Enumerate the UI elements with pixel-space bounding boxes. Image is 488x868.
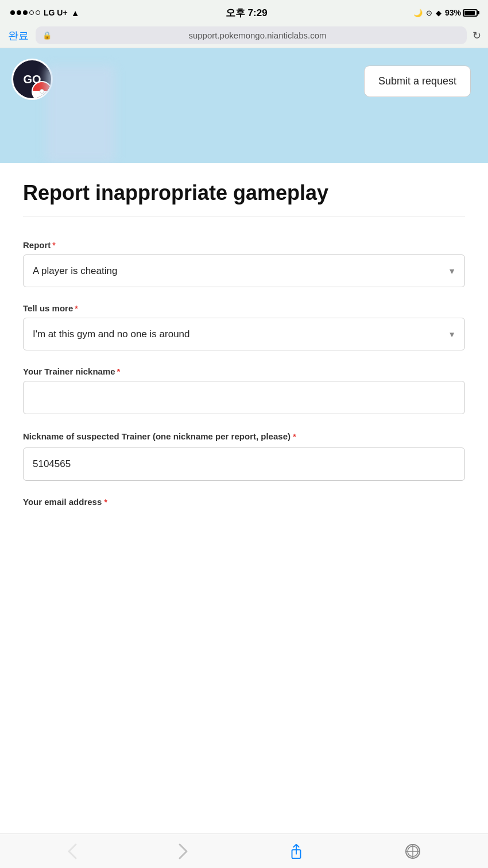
signal-dots <box>10 10 40 15</box>
report-section: Report * A player is cheating Inappropri… <box>23 240 465 287</box>
status-right: 🌙 ⊙ ◆ 93% <box>413 8 478 17</box>
status-time: 오후 7:29 <box>226 6 268 20</box>
submit-request-button[interactable]: Submit a request <box>364 65 471 97</box>
report-label: Report * <box>23 240 465 250</box>
lock-rotation-icon: ⊙ <box>426 9 432 17</box>
signal-dot-4 <box>29 10 34 15</box>
signal-dot-3 <box>23 10 28 15</box>
report-select[interactable]: A player is cheating Inappropriate usern… <box>23 254 465 287</box>
report-required-star: * <box>52 241 55 250</box>
trainer-nickname-section: Your Trainer nickname * <box>23 367 465 414</box>
suspected-trainer-required-star: * <box>293 432 296 441</box>
battery-fill <box>464 11 475 15</box>
bookmarks-button[interactable] <box>393 839 432 864</box>
battery-percent: 93% <box>445 8 461 17</box>
back-button[interactable] <box>56 838 89 865</box>
trainer-nickname-input[interactable] <box>23 381 465 414</box>
url-text: support.pokemongo.nianticlabs.com <box>55 30 460 40</box>
signal-dot-2 <box>17 10 21 15</box>
suspected-trainer-label: Nickname of suspected Trainer (one nickn… <box>23 430 465 443</box>
trainer-nickname-required-star: * <box>117 367 120 376</box>
forward-icon <box>178 843 188 860</box>
trainer-nickname-label: Your Trainer nickname * <box>23 367 465 376</box>
suspected-trainer-input[interactable] <box>23 447 465 481</box>
tell-us-more-required-star: * <box>75 304 78 313</box>
carrier-label: LG U+ <box>44 8 68 17</box>
done-button[interactable]: 완료 <box>7 29 30 43</box>
tell-us-more-section: Tell us more * I'm at this gym and no on… <box>23 303 465 350</box>
signal-dot-1 <box>10 10 15 15</box>
suspected-trainer-section: Nickname of suspected Trainer (one nickn… <box>23 430 465 481</box>
share-button[interactable] <box>277 839 316 864</box>
url-bar: 🔒 support.pokemongo.nianticlabs.com <box>36 26 467 44</box>
report-select-wrapper: A player is cheating Inappropriate usern… <box>23 254 465 287</box>
divider <box>23 217 465 217</box>
tell-us-more-select-wrapper: I'm at this gym and no one is around Oth… <box>23 318 465 350</box>
tell-us-more-select[interactable]: I'm at this gym and no one is around Oth… <box>23 318 465 350</box>
email-label-cutoff: Your email address * <box>23 497 465 553</box>
bottom-nav <box>0 834 488 868</box>
main-content: Report inappropriate gameplay Report * A… <box>0 163 488 576</box>
tell-us-more-label: Tell us more * <box>23 303 465 313</box>
email-required-star: * <box>104 497 107 507</box>
location-icon: ◆ <box>436 9 441 17</box>
status-bar: LG U+ ▲ 오후 7:29 🌙 ⊙ ◆ 93% <box>0 0 488 23</box>
reload-button[interactable]: ↻ <box>472 29 481 42</box>
page-title: Report inappropriate gameplay <box>23 180 465 205</box>
lock-icon: 🔒 <box>42 31 52 40</box>
signal-dot-5 <box>36 10 40 15</box>
forward-button[interactable] <box>166 838 200 865</box>
pokeball-center <box>40 89 44 94</box>
share-icon <box>288 843 304 859</box>
bookmarks-icon <box>405 843 421 859</box>
moon-icon: 🌙 <box>413 9 423 17</box>
trainer-blur-image <box>46 65 115 163</box>
wifi-icon: ▲ <box>71 8 80 18</box>
go-text: GO <box>23 73 41 86</box>
battery-icon <box>463 9 478 17</box>
back-icon <box>67 843 78 860</box>
browser-bar: 완료 🔒 support.pokemongo.nianticlabs.com ↻ <box>0 23 488 48</box>
battery-container: 93% <box>445 8 478 17</box>
hero-section: GO Submit a request <box>0 48 488 163</box>
status-left: LG U+ ▲ <box>10 8 79 18</box>
